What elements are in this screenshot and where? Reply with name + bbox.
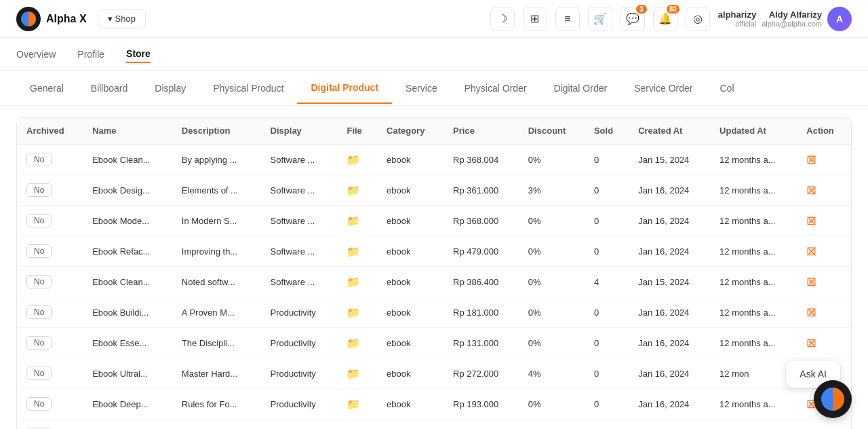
folder-icon: 📁 bbox=[347, 154, 360, 166]
bell-button[interactable]: 🔔 80 bbox=[653, 7, 677, 31]
tab-digital-product[interactable]: Digital Product bbox=[297, 73, 392, 104]
cell-discount: 4% bbox=[519, 358, 585, 389]
user-info: alpharizy official Aldy Alfarizy alpha@a… bbox=[718, 7, 852, 31]
tab-physical-order[interactable]: Physical Order bbox=[451, 73, 540, 103]
delete-action-button[interactable]: ⊠ bbox=[806, 336, 816, 350]
user-text: alpharizy official bbox=[718, 10, 756, 28]
cell-discount: 0% bbox=[519, 389, 585, 419]
cell-updated: 12 months a... bbox=[710, 389, 797, 419]
table-row: No Ebook Clean... By applying ... Softwa… bbox=[17, 145, 851, 175]
cell-updated: 12 months a... bbox=[710, 297, 797, 328]
cell-display: Critical Th... bbox=[261, 419, 338, 430]
cell-price: Rp 131.000 bbox=[443, 328, 519, 358]
cell-created: Jan 16, 2024 bbox=[629, 419, 710, 430]
cell-discount: 0% bbox=[519, 267, 585, 297]
cell-updated: 12 months a... bbox=[710, 236, 797, 267]
cell-archived: No bbox=[17, 297, 83, 328]
username: alpharizy bbox=[718, 10, 756, 20]
table-row: No Ebook Clean... Noted softw... Softwar… bbox=[17, 267, 851, 297]
cell-file: 📁 bbox=[337, 297, 377, 328]
cell-display: Software ... bbox=[261, 267, 338, 297]
cell-discount: 10% bbox=[519, 419, 585, 430]
cell-name: Ebook Think... bbox=[83, 419, 172, 430]
cell-name: Ebook Esse... bbox=[83, 328, 172, 358]
cell-category: ebook bbox=[377, 328, 443, 358]
cell-description: Rules for Fo... bbox=[172, 389, 261, 419]
camera-button[interactable]: ◎ bbox=[686, 7, 710, 31]
cell-archived: No bbox=[17, 236, 83, 267]
folder-icon: 📁 bbox=[347, 398, 360, 410]
header-right: ☽ ⊞ ≡ 🛒 💬 3 🔔 80 ◎ alpharizy official bbox=[490, 7, 852, 31]
cell-action: ⊠ bbox=[797, 145, 851, 175]
cell-category: ebook bbox=[377, 145, 443, 175]
cell-discount: 0% bbox=[519, 206, 585, 236]
menu-icon: ≡ bbox=[564, 13, 570, 25]
cart-icon: 🛒 bbox=[593, 12, 607, 25]
cell-action: ⊠ bbox=[797, 328, 851, 358]
store-tabs: General Billboard Display Physical Produ… bbox=[0, 71, 868, 106]
delete-action-button[interactable]: ⊠ bbox=[806, 275, 816, 288]
cell-archived: No bbox=[17, 358, 83, 389]
nav-overview[interactable]: Overview bbox=[16, 46, 56, 62]
cell-price: Rp 479.000 bbox=[443, 236, 519, 267]
col-price: Price bbox=[443, 117, 519, 145]
ai-logo-inner bbox=[821, 388, 844, 411]
nav-store[interactable]: Store bbox=[126, 45, 151, 63]
cell-action: ⊠ bbox=[797, 206, 851, 236]
cell-name: Ebook Clean... bbox=[83, 145, 172, 175]
delete-action-button[interactable]: ⊠ bbox=[806, 183, 816, 197]
tab-service-order[interactable]: Service Order bbox=[620, 73, 706, 103]
cell-discount: 0% bbox=[519, 297, 585, 328]
logo-inner bbox=[21, 12, 36, 26]
col-archived: Archived bbox=[17, 117, 83, 145]
cell-created: Jan 16, 2024 bbox=[629, 389, 710, 419]
col-name: Name bbox=[83, 117, 172, 145]
cell-action: ⊠ bbox=[797, 267, 851, 297]
cell-name: Ebook Mode... bbox=[83, 206, 172, 236]
header-left: Alpha X ▾ Shop bbox=[16, 7, 146, 31]
delete-action-button[interactable]: ⊠ bbox=[806, 153, 816, 166]
logo: Alpha X bbox=[16, 7, 87, 31]
tab-display[interactable]: Display bbox=[141, 73, 199, 103]
grid-icon: ⊞ bbox=[530, 12, 539, 25]
tab-general[interactable]: General bbox=[16, 73, 77, 103]
delete-action-button[interactable]: ⊠ bbox=[806, 214, 816, 227]
col-updated: Updated At bbox=[710, 117, 797, 145]
moon-button[interactable]: ☽ bbox=[490, 7, 515, 31]
cell-category: ebook bbox=[377, 175, 443, 206]
cart-button[interactable]: 🛒 bbox=[588, 7, 612, 31]
cell-description: By applying ... bbox=[172, 145, 261, 175]
shop-button[interactable]: ▾ Shop bbox=[98, 9, 146, 29]
tab-col[interactable]: Col bbox=[707, 73, 748, 103]
avatar[interactable]: A bbox=[827, 7, 852, 31]
delete-action-button[interactable]: ⊠ bbox=[806, 244, 816, 258]
cell-created: Jan 15, 2024 bbox=[629, 267, 710, 297]
cell-updated: 12 months a... bbox=[710, 206, 797, 236]
nav-profile[interactable]: Profile bbox=[77, 46, 104, 62]
chat-button[interactable]: 💬 3 bbox=[620, 7, 645, 31]
menu-button[interactable]: ≡ bbox=[555, 7, 580, 31]
cell-archived: No bbox=[17, 389, 83, 419]
tab-digital-order[interactable]: Digital Order bbox=[540, 73, 621, 103]
cell-name: Ebook Refac... bbox=[83, 236, 172, 267]
cell-archived: No bbox=[17, 419, 83, 430]
ai-logo-button[interactable] bbox=[814, 380, 852, 418]
tab-physical-product[interactable]: Physical Product bbox=[199, 73, 297, 103]
delete-action-button[interactable]: ⊠ bbox=[806, 305, 816, 319]
cell-sold: 0 bbox=[585, 419, 629, 430]
cell-discount: 3% bbox=[519, 175, 585, 206]
cell-price: Rp 272.000 bbox=[443, 358, 519, 389]
grid-button[interactable]: ⊞ bbox=[523, 7, 547, 31]
user-email: alpha@alpha.com bbox=[762, 20, 822, 28]
tab-service[interactable]: Service bbox=[392, 73, 451, 103]
shop-label: Shop bbox=[115, 14, 136, 24]
cell-display: Productivity bbox=[261, 389, 338, 419]
cell-description: Improving th... bbox=[172, 236, 261, 267]
cell-archived: No bbox=[17, 145, 83, 175]
table-row: No Ebook Mode... In Modern S... Software… bbox=[17, 206, 851, 236]
cell-sold: 4 bbox=[585, 267, 629, 297]
cell-file: 📁 bbox=[337, 419, 377, 430]
tab-billboard[interactable]: Billboard bbox=[77, 73, 141, 103]
cell-display: Productivity bbox=[261, 358, 338, 389]
cell-name: Ebook Desig... bbox=[83, 175, 172, 206]
